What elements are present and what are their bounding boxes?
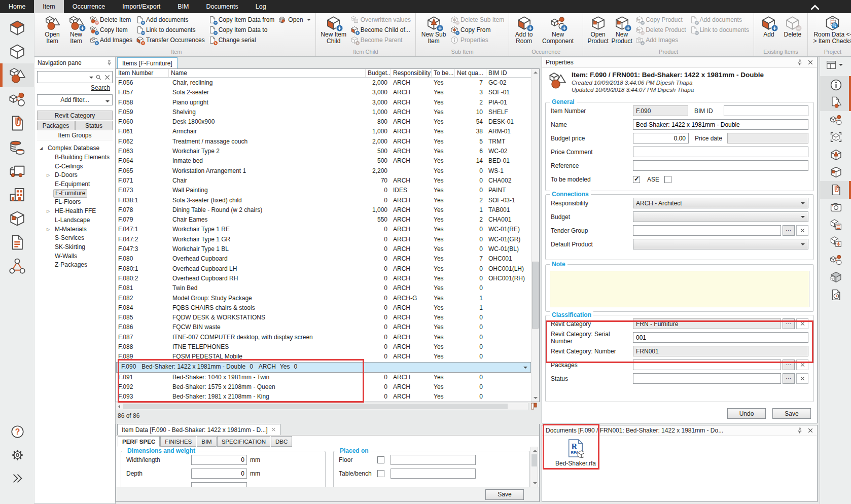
items-tab[interactable]: Items [F-Furniture] — [117, 57, 178, 68]
menu-tab[interactable]: Import/Export — [114, 0, 169, 13]
document-file[interactable]: Bed-Shaker.rfa — [549, 439, 602, 467]
table-row[interactable]: F.079 Chair Eames 550 ARCH Yes 2 CHA001 — [116, 215, 531, 225]
link-to-documents-button[interactable]: Link to documents — [689, 26, 750, 34]
col-header-budget[interactable]: Budget... — [366, 69, 391, 77]
packages-browse-button[interactable] — [783, 359, 795, 370]
clear-search-icon[interactable] — [104, 74, 111, 81]
budget-select[interactable] — [633, 211, 808, 222]
item-data-subtab[interactable]: BIM — [197, 436, 216, 447]
table-row[interactable]: F.064 Inmate bed 500 ARCH Yes 14 BED-01 — [116, 156, 531, 166]
item-data-subtab[interactable]: FINISHES — [160, 436, 196, 447]
new-product-button[interactable]: New Product — [611, 14, 633, 45]
documents-icon[interactable] — [820, 181, 851, 199]
table-row[interactable]: F.047:3 Workchair Type 1 BL 0 ARCH Yes 0… — [116, 244, 531, 254]
scroll-up-icon[interactable] — [533, 450, 537, 452]
new-item-button[interactable]: New Item — [65, 14, 87, 45]
tree-item[interactable]: S-Services — [34, 234, 115, 243]
tender-group-clear-button[interactable] — [796, 225, 808, 236]
sub-items-icon[interactable] — [820, 146, 851, 164]
pin-icon[interactable] — [107, 60, 112, 65]
search-link[interactable]: Search — [34, 84, 110, 91]
pin-icon[interactable] — [797, 427, 803, 434]
table-row[interactable]: F.084 FQBS CHAIRS chairs & stools 0 ARCH… — [116, 303, 531, 313]
add-documents-button[interactable]: Add documents — [689, 16, 750, 24]
table-row[interactable]: F.088 ITNE TELEPHONES 0 ARCH Yes 0 — [116, 342, 531, 352]
tree-item[interactable]: W-Walls — [34, 251, 115, 261]
table-row[interactable]: F.073 Wall Painting 0 IDES Yes 0 PAINT — [116, 186, 531, 195]
buildings-icon[interactable] — [0, 183, 34, 206]
tree-item[interactable]: ▷ HE-Health FFE — [34, 207, 115, 216]
floor-checkbox[interactable] — [377, 456, 384, 463]
menu-tab[interactable]: Documents — [198, 0, 247, 13]
close-tab-icon[interactable] — [271, 427, 276, 432]
table-row[interactable]: F.061 Armchair 1,000 ARCH Yes 38 ARM-01 — [116, 127, 531, 136]
copy-from-button[interactable]: Copy From — [449, 26, 505, 34]
table-row[interactable]: F.038:1 Sofa 3-seater (fixed) child 0 AR… — [116, 196, 531, 205]
undo-button[interactable]: Undo — [727, 408, 766, 419]
table-row[interactable]: F.062 Treatment / massage couch 2,000 AR… — [116, 137, 531, 147]
become-child-of-button[interactable]: Become Child of... — [349, 26, 412, 34]
tree-item[interactable]: C-Ceilings — [34, 162, 115, 171]
item-relations-icon[interactable] — [820, 251, 851, 269]
tender-group-input[interactable] — [633, 225, 781, 236]
table-bench-checkbox[interactable] — [377, 470, 384, 477]
tender-group-browse-button[interactable] — [783, 225, 795, 236]
col-header-item-number[interactable]: Item Number — [116, 69, 169, 77]
to-be-modeled-checkbox[interactable] — [633, 176, 640, 183]
add-images-button[interactable]: Add Images — [634, 36, 687, 44]
scroll-down-icon[interactable] — [533, 482, 537, 484]
table-row[interactable]: F.059 Shelving 1,000 ARCH Yes 10 SHELF — [116, 107, 531, 117]
open-item-button[interactable]: Open Item — [41, 14, 63, 45]
revit-category-clear-button[interactable] — [796, 318, 808, 329]
packages-input[interactable] — [633, 359, 781, 370]
col-header-responsibility[interactable]: Responsibility — [391, 69, 432, 77]
close-icon[interactable] — [807, 59, 813, 65]
save-button[interactable]: Save — [772, 408, 811, 419]
products-icon[interactable] — [0, 206, 34, 230]
layout-chooser-icon[interactable] — [825, 59, 843, 70]
status-button[interactable]: Status — [75, 121, 113, 130]
depth-input[interactable] — [191, 469, 247, 479]
tree-item[interactable]: Z-Packages — [34, 261, 115, 270]
copy-product-button[interactable]: Copy Product — [634, 16, 687, 24]
table-row[interactable]: F.089 FQSM PEDESTAL Mobile 0 ARCH Yes 0 — [116, 352, 531, 362]
tree-expander-icon[interactable]: ◢ — [40, 146, 46, 151]
menu-tab[interactable]: Occurrence — [64, 0, 114, 13]
new-item-child-button[interactable]: New Item Child — [320, 14, 348, 45]
copy-item-data-to-button[interactable]: Copy Item Data to — [207, 26, 276, 34]
search-icon[interactable] — [95, 74, 102, 81]
reference-input[interactable] — [633, 160, 808, 171]
save-button[interactable]: Save — [485, 489, 524, 500]
table-row[interactable]: F.047:2 Workchair Type 1 GR 0 ARCH Yes 0… — [116, 235, 531, 244]
tree-expander-icon[interactable]: ▷ — [47, 227, 53, 232]
table-row[interactable]: F.086 FQCW BIN waste 0 ARCH Yes 0 — [116, 322, 531, 332]
overwritten-values-button[interactable]: Overwritten values — [349, 16, 412, 24]
link-to-documents-button[interactable]: Link to documents — [135, 26, 206, 34]
info-icon[interactable] — [820, 76, 851, 94]
col-header-to-be[interactable]: To be... — [432, 69, 455, 77]
tree-item[interactable]: ◢ Complex Database — [34, 144, 115, 153]
table-row[interactable]: F.056 Chair, reclining 2,000 ARCH Yes 7 … — [116, 78, 531, 88]
bim-id-input[interactable] — [724, 105, 808, 116]
revit-serial-input[interactable] — [633, 332, 808, 343]
table-row[interactable]: F.060 Desk 1800x900 800 ARCH Yes 54 DESK… — [116, 117, 531, 127]
bim-icon[interactable] — [820, 129, 851, 147]
table-row[interactable]: F.058 Piano upright 3,000 ARCH Yes 2 PIA… — [116, 98, 531, 107]
parent-item-icon[interactable] — [820, 269, 851, 286]
item-groups-tab[interactable]: Item Groups — [37, 131, 113, 140]
scrollbar-thumb[interactable] — [531, 454, 537, 466]
tree-expander-icon[interactable]: ▷ — [47, 173, 53, 177]
table-row[interactable]: F.080 Overhead Cupboard 0 ARCH Yes 7 OHC… — [116, 254, 531, 264]
collapse-ribbon-icon[interactable] — [809, 3, 821, 11]
logistics-icon[interactable] — [0, 159, 34, 183]
status-browse-button[interactable] — [783, 373, 795, 384]
menu-tab[interactable]: Home — [0, 0, 34, 13]
table-row[interactable]: F.081 Twin Bed 0 ARCH Yes 0 — [116, 283, 531, 293]
reports-icon[interactable] — [0, 230, 34, 254]
new-sub-item-button[interactable]: New Sub Item — [419, 14, 448, 45]
item-structure-icon[interactable] — [820, 216, 851, 234]
open-product-button[interactable]: Open Product — [587, 14, 609, 45]
documents-icon[interactable] — [0, 111, 34, 135]
table-row[interactable]: F.092 Bed-Shaker: 1575 x 2108mm - Queen … — [116, 382, 531, 392]
price-date-field[interactable] — [727, 133, 808, 143]
